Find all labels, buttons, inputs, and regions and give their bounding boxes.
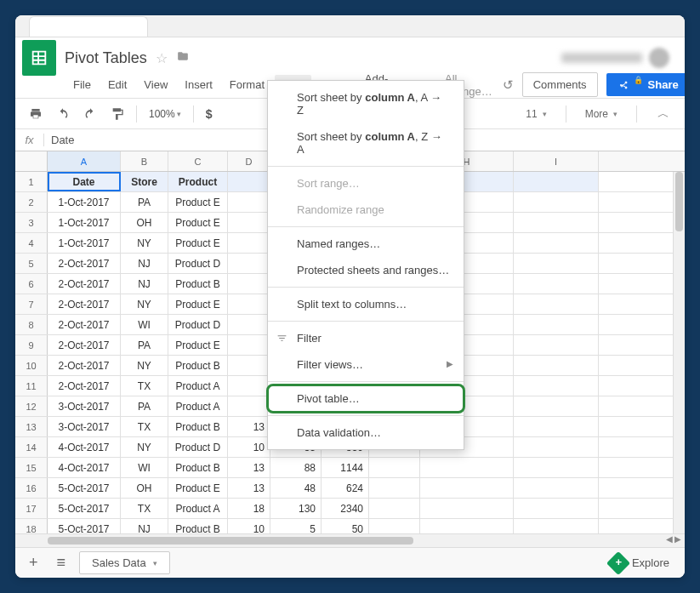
row-header[interactable]: 10 xyxy=(15,356,48,375)
cell[interactable]: 2-Oct-2017 xyxy=(48,315,121,334)
cell[interactable]: 1-Oct-2017 xyxy=(48,192,121,212)
cell[interactable]: NY xyxy=(121,356,168,375)
cell[interactable] xyxy=(514,192,599,212)
print-icon[interactable] xyxy=(24,104,48,124)
row-header[interactable]: 2 xyxy=(15,192,48,212)
cell[interactable]: Product E xyxy=(168,478,228,498)
cell[interactable]: 2-Oct-2017 xyxy=(48,254,121,273)
cell[interactable] xyxy=(420,519,514,533)
cell[interactable]: 48 xyxy=(270,478,322,498)
row-header[interactable]: 3 xyxy=(15,213,48,232)
cell[interactable] xyxy=(514,356,599,375)
col-header[interactable]: C xyxy=(168,151,228,171)
explore-button[interactable]: Explore xyxy=(603,551,676,575)
col-header[interactable]: I xyxy=(514,151,599,171)
cell[interactable] xyxy=(228,396,270,416)
vertical-scrollbar[interactable] xyxy=(673,172,685,533)
cell[interactable] xyxy=(514,458,599,477)
paint-format-icon[interactable] xyxy=(105,104,129,124)
cell[interactable] xyxy=(514,499,599,518)
cell[interactable] xyxy=(228,254,270,273)
row-header[interactable]: 12 xyxy=(15,396,48,416)
currency-format[interactable]: $ xyxy=(201,104,218,124)
header-cell[interactable] xyxy=(514,172,599,191)
row-header[interactable]: 18 xyxy=(15,519,48,533)
cell[interactable]: 4-Oct-2017 xyxy=(48,458,121,477)
cell[interactable] xyxy=(228,274,270,294)
cell[interactable] xyxy=(369,478,420,498)
cell[interactable]: 88 xyxy=(270,458,322,477)
cell[interactable]: 13 xyxy=(228,417,270,436)
menu-split-text[interactable]: Split text to columns… xyxy=(268,291,464,317)
cell[interactable] xyxy=(514,254,599,273)
cell[interactable]: WI xyxy=(121,315,168,334)
font-size-selector[interactable]: 11▾ xyxy=(521,105,551,123)
collapse-toolbar-icon[interactable]: ︿ xyxy=(651,103,676,125)
cell[interactable]: NJ xyxy=(121,519,168,533)
cell[interactable]: 5-Oct-2017 xyxy=(48,519,121,533)
cell[interactable]: 2-Oct-2017 xyxy=(48,376,121,396)
all-sheets-button[interactable]: ≡ xyxy=(52,550,71,575)
cell[interactable]: 50 xyxy=(322,519,369,533)
cell[interactable]: 2340 xyxy=(322,499,369,518)
cell[interactable]: Product A xyxy=(168,499,228,518)
cell[interactable]: 1-Oct-2017 xyxy=(48,213,121,232)
select-all-corner[interactable] xyxy=(15,151,48,171)
cell[interactable]: 1-Oct-2017 xyxy=(48,233,121,253)
cell[interactable]: 130 xyxy=(270,499,322,518)
menu-view[interactable]: View xyxy=(137,75,174,94)
row-header[interactable]: 14 xyxy=(15,437,48,457)
cell[interactable]: 5 xyxy=(270,519,322,533)
cell[interactable]: Product A xyxy=(168,376,228,396)
cell[interactable]: Product E xyxy=(168,192,228,212)
cell[interactable]: NJ xyxy=(121,274,168,294)
cell[interactable]: 624 xyxy=(322,478,369,498)
cell[interactable]: Product B xyxy=(168,356,228,375)
cell[interactable] xyxy=(514,335,599,355)
cell[interactable]: 4-Oct-2017 xyxy=(48,437,121,457)
cell[interactable]: PA xyxy=(121,396,168,416)
header-cell[interactable]: Product xyxy=(168,172,228,191)
cell[interactable]: Product D xyxy=(168,254,228,273)
cell[interactable] xyxy=(228,356,270,375)
cell[interactable]: Product B xyxy=(168,417,228,436)
cell[interactable]: NY xyxy=(121,437,168,457)
cell[interactable]: 3-Oct-2017 xyxy=(48,396,121,416)
cell[interactable] xyxy=(514,274,599,294)
header-cell[interactable] xyxy=(228,172,270,191)
cell[interactable] xyxy=(514,519,599,533)
cell[interactable]: 18 xyxy=(228,499,270,518)
cell[interactable]: Product B xyxy=(168,458,228,477)
row-header[interactable]: 17 xyxy=(15,499,48,518)
row-header[interactable]: 1 xyxy=(15,172,48,191)
cell[interactable]: Product E xyxy=(168,213,228,232)
row-header[interactable]: 5 xyxy=(15,254,48,273)
sheets-logo-icon[interactable] xyxy=(22,40,56,76)
redo-icon[interactable] xyxy=(78,104,102,124)
row-header[interactable]: 11 xyxy=(15,376,48,396)
cell[interactable] xyxy=(514,478,599,498)
menu-edit[interactable]: Edit xyxy=(101,75,134,94)
cell[interactable] xyxy=(514,396,599,416)
cell[interactable]: PA xyxy=(121,192,168,212)
cell[interactable] xyxy=(514,233,599,253)
cell[interactable]: Product B xyxy=(168,274,228,294)
cell[interactable] xyxy=(228,315,270,334)
menu-insert[interactable]: Insert xyxy=(178,75,219,94)
h-scroll-thumb[interactable] xyxy=(48,537,413,545)
cell[interactable]: TX xyxy=(121,376,168,396)
cell[interactable] xyxy=(228,213,270,232)
comments-button[interactable]: Comments xyxy=(522,72,598,97)
cell[interactable]: 2-Oct-2017 xyxy=(48,294,121,314)
history-icon[interactable]: ↺ xyxy=(503,77,514,93)
cell[interactable] xyxy=(420,458,514,477)
cell[interactable] xyxy=(514,294,599,314)
cell[interactable] xyxy=(514,437,599,457)
v-scroll-thumb[interactable] xyxy=(675,172,683,231)
more-formats[interactable]: More▾ xyxy=(580,105,623,123)
col-header[interactable]: A xyxy=(48,151,121,171)
cell[interactable] xyxy=(228,192,270,212)
cell[interactable]: NY xyxy=(121,294,168,314)
cell[interactable]: Product B xyxy=(168,519,228,533)
cell[interactable] xyxy=(369,519,420,533)
